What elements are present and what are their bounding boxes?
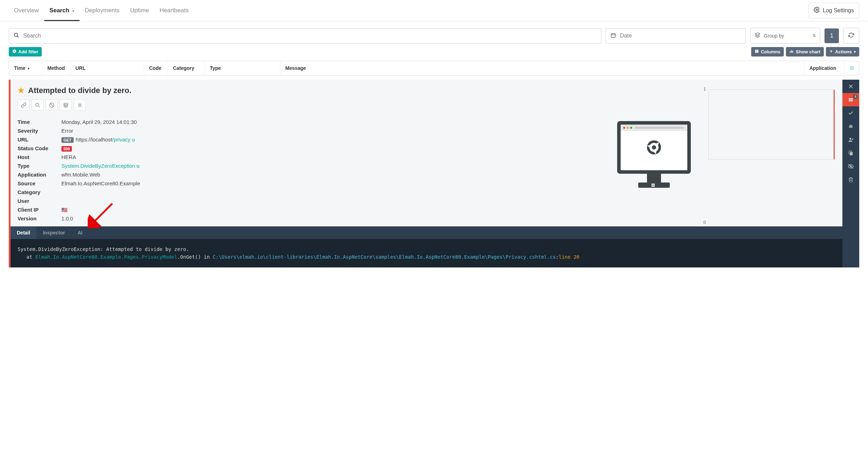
chart-y-min: 0 bbox=[703, 220, 706, 225]
browser-preview bbox=[610, 86, 698, 223]
th-url[interactable]: URL bbox=[71, 61, 144, 75]
search-box bbox=[9, 28, 601, 44]
svg-rect-41 bbox=[653, 185, 655, 187]
kv-category-value bbox=[61, 189, 600, 195]
svg-rect-11 bbox=[755, 50, 756, 53]
assign-button[interactable] bbox=[842, 133, 859, 146]
chevron-down-icon: ▾ bbox=[854, 50, 856, 54]
date-input[interactable] bbox=[606, 28, 746, 44]
search-similar-button[interactable] bbox=[32, 99, 44, 111]
svg-point-35 bbox=[652, 145, 656, 150]
copy-button[interactable] bbox=[842, 146, 859, 160]
search-icon bbox=[35, 102, 40, 108]
kv-category-label: Category bbox=[18, 189, 61, 195]
delete-button[interactable] bbox=[842, 173, 859, 186]
svg-line-21 bbox=[50, 104, 53, 107]
monitor-icon bbox=[614, 118, 694, 191]
svg-line-19 bbox=[38, 106, 40, 107]
log-settings-button[interactable]: Log Settings bbox=[808, 3, 859, 18]
star-icon[interactable]: ★ bbox=[18, 86, 25, 95]
refresh-button[interactable] bbox=[843, 28, 859, 44]
kv-type-label: Type bbox=[18, 163, 61, 169]
kv-source-value: Elmah.Io.AspNetCore80.Example bbox=[61, 180, 600, 186]
th-type[interactable]: Type bbox=[205, 61, 280, 75]
collapse-all-button[interactable] bbox=[845, 61, 859, 75]
search-toolbar: Group by ⇅ 1 bbox=[0, 21, 868, 47]
stack-file[interactable]: C:\Users\elmah.io\client-libraries\Elmah… bbox=[213, 254, 556, 260]
th-category[interactable]: Category bbox=[168, 61, 205, 75]
result-count[interactable]: 1 bbox=[824, 28, 839, 43]
mark-fixed-button[interactable] bbox=[842, 106, 859, 120]
eye-off-icon bbox=[848, 163, 854, 170]
tab-overview[interactable]: Overview bbox=[9, 0, 44, 21]
close-button[interactable] bbox=[842, 80, 859, 93]
tab-heartbeats[interactable]: Heartbeats bbox=[154, 0, 194, 21]
external-link-icon[interactable]: ⧉ bbox=[136, 164, 140, 169]
tab-uptime[interactable]: Uptime bbox=[125, 0, 154, 21]
filter-toolbar: Add filter Columns Show chart Actions ▾ bbox=[0, 47, 868, 61]
svg-point-30 bbox=[627, 127, 629, 129]
kv-clientip-label: Client IP bbox=[18, 207, 61, 213]
chevron-down-icon: ▾ bbox=[72, 9, 74, 13]
mini-chart-panel: 1 0 bbox=[708, 86, 852, 223]
list-icon bbox=[77, 102, 82, 108]
user-remove-icon bbox=[848, 137, 854, 142]
th-message[interactable]: Message bbox=[280, 61, 804, 75]
kv-type-value: System.DivideByZeroException⧉ bbox=[61, 163, 600, 169]
ban-icon bbox=[49, 102, 54, 108]
th-application[interactable]: Application bbox=[804, 61, 845, 75]
add-filter-button[interactable]: Add filter bbox=[9, 47, 42, 57]
columns-button[interactable]: Columns bbox=[751, 47, 784, 57]
svg-rect-37 bbox=[638, 183, 670, 188]
tab-inspector[interactable]: Inspector bbox=[36, 226, 71, 239]
log-settings-label: Log Settings bbox=[823, 7, 854, 14]
detail-tabs: Detail Inspector AI bbox=[11, 226, 859, 239]
panel-actions bbox=[18, 99, 600, 111]
close-icon bbox=[848, 84, 854, 89]
tab-search[interactable]: Search▾ bbox=[44, 0, 80, 21]
list-button[interactable] bbox=[74, 99, 86, 111]
sort-icon: ♦ bbox=[27, 66, 29, 70]
th-code[interactable]: Code bbox=[144, 61, 168, 75]
svg-marker-7 bbox=[755, 33, 760, 35]
kv-app-label: Application bbox=[18, 172, 61, 178]
kv-url-value: GEThttps://localhost/privacy⧉ bbox=[61, 137, 600, 142]
group-button[interactable] bbox=[60, 99, 72, 111]
svg-rect-15 bbox=[793, 51, 793, 53]
show-chart-button[interactable]: Show chart bbox=[786, 47, 824, 57]
kv-time-value: Monday, April 29, 2024 14:01:30 bbox=[61, 119, 600, 125]
external-link-icon[interactable]: ⧉ bbox=[132, 138, 135, 142]
bot-button[interactable] bbox=[842, 120, 859, 133]
permalink-button[interactable] bbox=[18, 99, 29, 111]
kv-status-label: Status Code bbox=[18, 145, 61, 151]
groupby-select[interactable]: Group by ⇅ bbox=[750, 28, 820, 44]
stack-class[interactable]: Elmah.Io.AspNetCore80.Example.Pages.Priv… bbox=[35, 254, 178, 260]
th-method[interactable]: Method bbox=[42, 61, 71, 75]
similar-errors-button[interactable]: 4 bbox=[842, 93, 859, 106]
ignore-button[interactable] bbox=[46, 99, 58, 111]
tab-deployments[interactable]: Deployments bbox=[80, 0, 125, 21]
svg-rect-47 bbox=[849, 125, 852, 128]
svg-rect-36 bbox=[647, 174, 661, 183]
copy-icon bbox=[848, 150, 854, 156]
svg-rect-39 bbox=[653, 184, 655, 185]
svg-rect-14 bbox=[791, 50, 792, 53]
tab-ai[interactable]: AI bbox=[71, 226, 89, 239]
hide-button[interactable] bbox=[842, 160, 859, 173]
date-box bbox=[606, 28, 746, 44]
svg-point-1 bbox=[14, 33, 18, 36]
svg-rect-40 bbox=[652, 185, 653, 187]
th-time[interactable]: Time♦ bbox=[9, 61, 42, 75]
search-input[interactable] bbox=[9, 28, 601, 44]
svg-point-0 bbox=[816, 9, 818, 11]
svg-marker-22 bbox=[64, 103, 68, 105]
svg-rect-17 bbox=[850, 67, 853, 69]
tab-detail[interactable]: Detail bbox=[11, 226, 36, 239]
url-path-link[interactable]: /privacy bbox=[112, 137, 131, 142]
top-nav-tabs: Overview Search▾ Deployments Uptime Hear… bbox=[9, 0, 194, 21]
exception-type-link[interactable]: System.DivideByZeroException bbox=[61, 163, 135, 169]
kv-severity-value: Error bbox=[61, 128, 600, 134]
svg-rect-13 bbox=[790, 51, 791, 53]
actions-button[interactable]: Actions ▾ bbox=[826, 47, 859, 57]
calendar-icon bbox=[610, 32, 616, 39]
